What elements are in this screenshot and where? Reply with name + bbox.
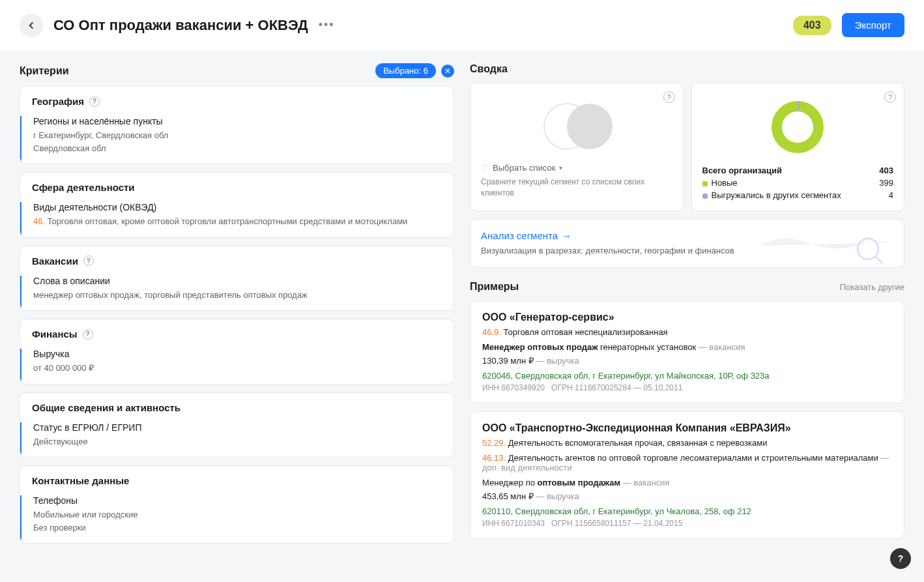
exported-value: 4 bbox=[889, 190, 893, 200]
compare-card: ? ♡ Выбрать список ▾ Сравните текущий се… bbox=[470, 83, 684, 211]
address: 620046, Свердловская обл, г Екатеринбург… bbox=[482, 371, 892, 381]
vacancy-rest: генераторных установок bbox=[598, 342, 696, 352]
info-icon[interactable]: ? bbox=[884, 91, 896, 103]
okved-desc: Деятельность агентов по оптовой торговле… bbox=[506, 453, 878, 463]
field-label: Регионы и населённые пункты bbox=[33, 116, 442, 126]
exported-label: Выгружались в других сегментах bbox=[712, 190, 841, 200]
donut-chart bbox=[702, 98, 894, 156]
field-label: Выручка bbox=[33, 349, 442, 359]
svg-point-2 bbox=[777, 106, 818, 148]
clear-criteria-icon[interactable]: ✕ bbox=[441, 65, 454, 78]
okved-code: 46. bbox=[33, 216, 45, 226]
field-value: менеджер оптовых продаж, торговый предст… bbox=[33, 289, 442, 302]
company-name: ООО «Транспортно-Экспедиционная Компания… bbox=[482, 422, 892, 434]
field-value: г Екатеринбург, Свердловская обл bbox=[33, 129, 442, 142]
inn: ИНН 6670349920 bbox=[482, 383, 545, 392]
ogrn: ОГРН 1116670025284 bbox=[551, 383, 631, 392]
criteria-title: Критерии bbox=[20, 65, 69, 77]
field-value: Мобильные или городские bbox=[33, 508, 442, 521]
vacancy-bold: Менеджер оптовых продаж bbox=[482, 342, 598, 352]
help-fab-button[interactable]: ? bbox=[890, 548, 911, 569]
inn: ИНН 6671010343 bbox=[482, 519, 545, 528]
okved-desc: Деятельность вспомогательная прочая, свя… bbox=[506, 438, 767, 448]
selected-count-pill[interactable]: Выбрано: 6 bbox=[375, 63, 436, 78]
field-label: Слова в описании bbox=[33, 276, 442, 286]
card-title: Сфера деятельности bbox=[32, 182, 135, 193]
show-more-link[interactable]: Показать другие bbox=[840, 282, 904, 292]
summary-title: Сводка bbox=[470, 63, 904, 75]
company-name: ООО «Генератор-сервис» bbox=[482, 312, 892, 323]
card-title: Финансы bbox=[32, 328, 78, 340]
stats-card: ? Всего организаций403 Новые399 Выгружал… bbox=[691, 83, 905, 211]
criteria-card-vacancies[interactable]: Вакансии ? Слова в описании менеджер опт… bbox=[20, 246, 454, 312]
field-value: Свердловская обл bbox=[33, 142, 442, 155]
back-button[interactable] bbox=[20, 14, 43, 37]
field-value: от 40 000 000 ₽ bbox=[33, 362, 442, 375]
okved-desc: Торговля оптовая неспециализированная bbox=[501, 327, 668, 337]
chevron-down-icon: ▾ bbox=[559, 164, 562, 171]
ogrn: ОГРН 1156658011157 bbox=[551, 519, 631, 528]
export-button[interactable]: Экспорт bbox=[842, 13, 904, 37]
revenue-tag: — выручка bbox=[534, 491, 579, 501]
analysis-card[interactable]: Анализ сегмента → Визуализация в разреза… bbox=[470, 219, 904, 268]
field-value: Без проверки bbox=[33, 521, 442, 534]
okved-code: 52.29. bbox=[482, 438, 506, 448]
example-item[interactable]: ООО «Генератор-сервис» 46.9. Торговля оп… bbox=[470, 300, 904, 403]
criteria-card-general[interactable]: Общие сведения и активность Статус в ЕГР… bbox=[20, 392, 454, 458]
svg-point-1 bbox=[567, 104, 613, 149]
card-title: Вакансии bbox=[32, 255, 78, 267]
criteria-card-finance[interactable]: Финансы ? Выручка от 40 000 000 ₽ bbox=[20, 319, 454, 385]
info-icon[interactable]: ? bbox=[663, 91, 675, 103]
okved-desc: Торговля оптовая, кроме оптовой торговли… bbox=[45, 216, 407, 226]
select-list-dropdown[interactable]: ♡ Выбрать список ▾ bbox=[481, 163, 672, 173]
address: 620110, Свердловская обл, г Екатеринбург… bbox=[482, 506, 892, 516]
examples-title: Примеры bbox=[470, 281, 519, 293]
card-title: География bbox=[32, 96, 84, 107]
map-decoration-icon bbox=[754, 226, 897, 268]
vacancy-tag: — вакансия bbox=[620, 478, 669, 487]
revenue-tag: — выручка bbox=[534, 356, 579, 366]
okved-code: 46.13. bbox=[482, 453, 506, 463]
card-title: Общие сведения и активность bbox=[32, 402, 180, 413]
vacancy-tag: — вакансия bbox=[696, 342, 745, 352]
reg-date: 05.10.2011 bbox=[643, 383, 682, 392]
field-value: Действующее bbox=[33, 435, 442, 448]
more-menu-icon[interactable]: ••• bbox=[319, 18, 335, 32]
card-title: Контактные данные bbox=[32, 475, 129, 486]
vacancy-bold: оптовым продажам bbox=[538, 478, 621, 487]
revenue: 453,65 млн ₽ bbox=[482, 491, 534, 501]
field-label: Телефоны bbox=[33, 495, 442, 506]
total-label: Всего организаций bbox=[702, 166, 783, 175]
total-value: 403 bbox=[879, 166, 893, 175]
legend-dot-exported bbox=[702, 194, 708, 199]
new-value: 399 bbox=[879, 178, 893, 188]
revenue: 130,39 млн ₽ bbox=[482, 356, 534, 366]
help-icon[interactable]: ? bbox=[83, 255, 94, 266]
page-title: СО Опт продажи вакансии + ОКВЭД bbox=[53, 17, 308, 34]
field-label: Виды деятельности (ОКВЭД) bbox=[33, 202, 442, 212]
criteria-card-activity[interactable]: Сфера деятельности Виды деятельности (ОК… bbox=[20, 172, 454, 238]
okved-code: 46.9. bbox=[482, 327, 501, 337]
new-label: Новые bbox=[712, 178, 738, 188]
field-label: Статус в ЕГРЮЛ / ЕГРИП bbox=[33, 422, 442, 433]
arrow-right-icon: → bbox=[562, 230, 571, 241]
legend-dot-new bbox=[702, 181, 708, 186]
svg-line-5 bbox=[875, 256, 883, 264]
reg-date: 21.04.2015 bbox=[643, 519, 682, 528]
help-icon[interactable]: ? bbox=[89, 96, 100, 107]
vacancy-pre: Менеджер по bbox=[482, 478, 538, 487]
criteria-card-geography[interactable]: География ? Регионы и населённые пункты … bbox=[20, 86, 454, 164]
criteria-card-contacts[interactable]: Контактные данные Телефоны Мобильные или… bbox=[20, 465, 454, 544]
help-icon[interactable]: ? bbox=[83, 329, 93, 340]
compare-hint: Сравните текущий сегмент со списком свои… bbox=[481, 177, 672, 199]
venn-diagram-icon bbox=[481, 100, 672, 153]
segment-count-badge: 403 bbox=[793, 16, 831, 35]
heart-icon: ♡ bbox=[481, 163, 489, 173]
example-item[interactable]: ООО «Транспортно-Экспедиционная Компания… bbox=[470, 411, 904, 539]
